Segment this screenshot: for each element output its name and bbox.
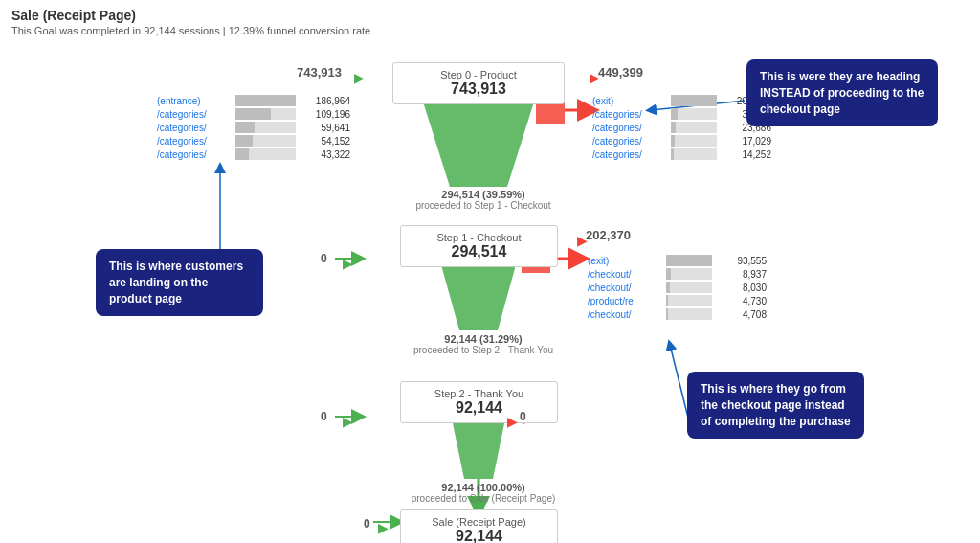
exit-bar <box>671 108 717 120</box>
right-exit-header-step1: 202,370 <box>586 228 631 242</box>
svg-marker-0 <box>421 96 536 187</box>
left-arrow-num-final: 0 <box>364 517 370 531</box>
exit-bar <box>671 122 717 133</box>
source-name: /categories/ <box>153 134 230 147</box>
source-bar <box>235 135 296 147</box>
left-header-step0: 743,913 <box>297 65 342 79</box>
right-arrow-step1: ▶ <box>577 233 588 248</box>
exit-name: /categories/ <box>589 121 665 134</box>
exit-name: /product/re <box>584 294 660 307</box>
source-bar <box>235 122 296 133</box>
source-bar <box>235 148 296 160</box>
left-arrow-num-step2: 0 <box>321 410 327 423</box>
step2-label: Step 2 - Thank You <box>412 388 546 399</box>
source-row: /categories/ 59,641 <box>153 121 354 134</box>
exit-name: /categories/ <box>589 147 665 161</box>
step-final-box: Sale (Receipt Page) 92,144 12.39% funnel… <box>400 509 558 543</box>
page-subtitle: This Goal was completed in 92,144 sessio… <box>11 25 969 36</box>
exit-bar <box>666 268 712 280</box>
proceed-step2-label: proceeded to Sale (Receipt Page) <box>397 493 569 504</box>
right-exit-num-step2: 0 <box>520 410 526 423</box>
step0-value: 743,913 <box>405 80 552 98</box>
source-value: 109,196 <box>301 107 354 121</box>
left-arrow-num-step1: 0 <box>321 252 327 265</box>
exit-value: 8,937 <box>718 267 770 281</box>
exit-row: /categories/ 17,029 <box>589 134 775 147</box>
source-row: /categories/ 43,322 <box>153 147 354 161</box>
proceed-step0: 294,514 (39.59%) proceeded to Step 1 - C… <box>397 189 569 211</box>
exit-bar <box>671 135 717 147</box>
source-value: 186,964 <box>301 94 354 107</box>
proceed-step1: 92,144 (31.29%) proceeded to Step 2 - Th… <box>397 333 569 355</box>
exit-name: /categories/ <box>589 107 665 121</box>
exit-name: /checkout/ <box>584 267 660 281</box>
exit-bar <box>666 282 712 293</box>
exit-bar <box>666 295 712 306</box>
exit-value: 14,252 <box>723 147 775 161</box>
exit-name: (exit) <box>589 94 665 107</box>
step2-box: Step 2 - Thank You 92,144 <box>400 381 558 423</box>
svg-line-14 <box>670 345 689 421</box>
exit-value: 17,029 <box>723 134 775 147</box>
exit-name: /categories/ <box>589 134 665 147</box>
callout-product-page: This is where customers are landing on t… <box>96 249 263 316</box>
source-row: (entrance) 186,964 <box>153 94 354 107</box>
step-final-value: 92,144 <box>412 528 546 543</box>
left-green-arrow-final: ▶ <box>378 520 389 535</box>
exit-name: (exit) <box>584 254 660 267</box>
step-final-label: Sale (Receipt Page) <box>412 516 546 528</box>
proceed-step1-label: proceeded to Step 2 - Thank You <box>397 345 569 355</box>
proceed-step2: 92,144 (100.00%) proceeded to Sale (Rece… <box>397 482 569 504</box>
step0-box: Step 0 - Product 743,913 <box>392 62 565 104</box>
exit-bar <box>666 255 712 266</box>
exit-row: /checkout/ 4,708 <box>584 307 770 321</box>
source-name: (entrance) <box>153 94 230 107</box>
step1-box: Step 1 - Checkout 294,514 <box>400 225 558 267</box>
page-title: Sale (Receipt Page) <box>11 8 969 23</box>
exit-value: 8,030 <box>718 281 770 294</box>
source-name: /categories/ <box>153 147 230 161</box>
exit-value: 4,730 <box>718 294 770 307</box>
proceed-step0-value: 294,514 (39.59%) <box>397 189 569 200</box>
source-name: /categories/ <box>153 121 230 134</box>
right-red-arrow-step2: ▶ <box>507 414 518 429</box>
proceed-step1-value: 92,144 (31.29%) <box>397 333 569 345</box>
source-value: 43,322 <box>301 147 354 161</box>
exit-row: (exit) 93,555 <box>584 254 770 267</box>
source-row: /categories/ 109,196 <box>153 107 354 121</box>
step1-value: 294,514 <box>412 243 546 260</box>
source-row: /categories/ 54,152 <box>153 134 354 147</box>
exit-bar <box>666 308 712 320</box>
funnel-area: Step 0 - Product 743,913 Step 1 - Checko… <box>0 38 980 543</box>
right-exit-step1-table: (exit) 93,555 /checkout/ 8,937 /checkout… <box>584 254 785 321</box>
exit-row: /checkout/ 8,030 <box>584 281 770 294</box>
step0-label: Step 0 - Product <box>405 69 552 80</box>
left-sources-step0-table: (entrance) 186,964 /categories/ 109,196 … <box>153 94 354 161</box>
exit-name: /checkout/ <box>584 307 660 321</box>
right-exit-header-step0: 449,399 <box>598 65 643 79</box>
source-name: /categories/ <box>153 107 230 121</box>
source-value: 59,641 <box>301 121 354 134</box>
source-bar <box>235 108 296 120</box>
step1-label: Step 1 - Checkout <box>412 232 546 243</box>
left-green-arrow-step1: ▶ <box>343 256 353 271</box>
source-bar <box>235 95 296 106</box>
exit-bar <box>671 95 717 106</box>
source-value: 54,152 <box>301 134 354 147</box>
callout-instead-checkout: This is were they are heading INSTEAD of… <box>746 59 938 126</box>
right-arrow-indicator-step0: ▶ <box>590 70 600 85</box>
exit-row: /checkout/ 8,937 <box>584 267 770 281</box>
exit-name: /checkout/ <box>584 281 660 294</box>
exit-row: /categories/ 14,252 <box>589 147 775 161</box>
left-arrow-indicator-step0: ▶ <box>354 70 365 85</box>
page-container: Sale (Receipt Page) This Goal was comple… <box>0 0 980 543</box>
exit-value: 93,555 <box>718 254 770 267</box>
proceed-step2-value: 92,144 (100.00%) <box>397 482 569 493</box>
callout-checkout-exit: This is where they go from the checkout … <box>687 372 864 439</box>
left-green-arrow-step2: ▶ <box>343 414 353 429</box>
exit-value: 4,708 <box>718 307 770 321</box>
exit-row: /product/re 4,730 <box>584 294 770 307</box>
proceed-step0-label: proceeded to Step 1 - Checkout <box>397 200 569 211</box>
exit-bar <box>671 148 717 160</box>
